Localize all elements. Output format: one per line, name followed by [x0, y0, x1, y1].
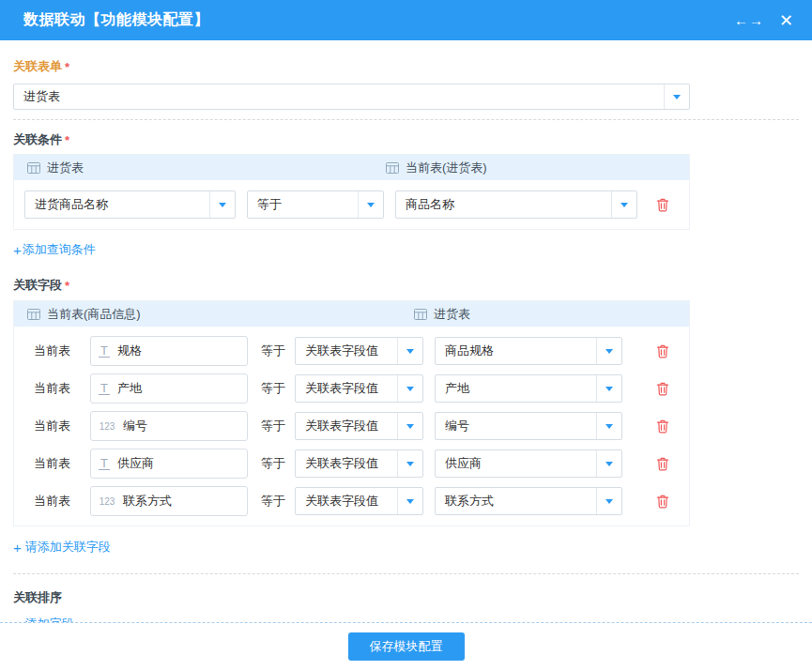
delete-row-button[interactable] [655, 343, 670, 359]
target-field-select[interactable]: 产地 [435, 374, 622, 403]
chevron-down-icon [596, 338, 621, 364]
chevron-down-icon [358, 191, 383, 218]
plus-icon: + [13, 243, 22, 257]
chevron-down-icon [397, 375, 422, 402]
field-selector[interactable]: T 规格 [90, 336, 248, 366]
chevron-down-icon [209, 191, 235, 218]
add-condition-link[interactable]: + 添加查询条件 [13, 242, 96, 257]
field-mapping-row: 当前表 T 产地 等于 关联表字段值 产地 [14, 370, 689, 407]
condition-group-header: 进货表 当前表(进货表) [14, 155, 689, 180]
field-type-icon: T [99, 382, 110, 396]
expand-arrows-button[interactable]: ← → [734, 13, 763, 27]
value-type-select[interactable]: 关联表字段值 [295, 337, 423, 365]
dialog-header: 数据联动【功能模块配置】 ← → ✕ [0, 0, 812, 40]
chevron-down-icon [596, 488, 621, 514]
field-type-icon: T [99, 344, 110, 358]
add-field-link[interactable]: + 请添加关联字段 [13, 540, 111, 555]
chevron-down-icon [596, 375, 621, 402]
value-type-select[interactable]: 关联表字段值 [295, 374, 423, 403]
field-selector[interactable]: 123 联系方式 [90, 486, 248, 516]
chevron-down-icon [397, 338, 422, 364]
target-field-value: 供应商 [436, 455, 596, 472]
header-actions: ← → ✕ [734, 12, 793, 29]
operator-label: 等于 [261, 493, 285, 510]
trash-icon [655, 419, 670, 434]
chevron-down-icon [611, 191, 636, 218]
field-selector[interactable]: 123 编号 [90, 411, 248, 441]
condition-left-field-select[interactable]: 进货商品名称 [24, 190, 236, 219]
condition-rows: 进货商品名称 等于 商品名称 [14, 180, 689, 229]
condition-operator-value: 等于 [248, 196, 358, 213]
target-field-select[interactable]: 联系方式 [435, 487, 622, 515]
field-type-icon: 123 [99, 496, 115, 507]
section-divider [13, 573, 799, 574]
current-table-label: 当前表 [34, 380, 90, 397]
field-group: 当前表(商品信息) 进货表 当前表 T 规格 等于 [13, 300, 690, 526]
target-field-select[interactable]: 供应商 [435, 449, 622, 478]
related-form-section-label: 关联表单 * [13, 58, 799, 75]
chevron-down-icon [664, 84, 689, 109]
field-mapping-row: 当前表 123 编号 等于 关联表字段值 编号 [14, 407, 689, 445]
condition-right-table: 当前表(进货表) [386, 160, 487, 176]
condition-operator-select[interactable]: 等于 [247, 190, 384, 219]
related-form-label: 关联表单 [13, 58, 62, 75]
target-field-value: 产地 [436, 380, 596, 397]
related-form-select[interactable]: 进货表 [13, 84, 690, 110]
field-mapping-row: 当前表 T 规格 等于 关联表字段值 商品规格 [14, 332, 689, 370]
section-divider [13, 119, 799, 120]
close-icon[interactable]: ✕ [779, 12, 793, 29]
value-type-value: 关联表字段值 [296, 343, 397, 359]
condition-right-field-value: 商品名称 [396, 196, 611, 213]
table-icon [386, 162, 399, 174]
condition-row: 进货商品名称 等于 商品名称 [14, 190, 689, 220]
field-mapping-rows: 当前表 T 规格 等于 关联表字段值 商品规格 [14, 327, 689, 525]
condition-left-table-name: 进货表 [47, 160, 84, 176]
condition-section-label: 关联条件 * [13, 131, 799, 148]
value-type-select[interactable]: 关联表字段值 [295, 412, 423, 440]
value-type-value: 关联表字段值 [296, 380, 397, 397]
add-sort-field-label: 添加字段 [25, 616, 74, 622]
arrow-right-icon: → [749, 13, 763, 27]
arrow-left-icon: ← [734, 13, 748, 27]
field-type-icon: T [99, 457, 110, 471]
target-field-select[interactable]: 商品规格 [435, 337, 622, 365]
field-label: 关联字段 [13, 277, 62, 294]
delete-row-button[interactable] [655, 381, 670, 397]
target-field-select[interactable]: 编号 [435, 412, 622, 440]
required-asterisk: * [65, 60, 69, 74]
trash-icon [655, 494, 670, 510]
condition-right-field-select[interactable]: 商品名称 [395, 190, 637, 219]
field-type-icon: 123 [99, 421, 115, 432]
field-selector[interactable]: T 产地 [90, 373, 248, 404]
table-icon [414, 309, 427, 320]
field-selector[interactable]: T 供应商 [90, 449, 248, 479]
field-left-table-name: 当前表(商品信息) [47, 306, 141, 323]
condition-group: 进货表 当前表(进货表) 进货商品名称 等于 [13, 154, 690, 230]
current-table-label: 当前表 [34, 418, 90, 434]
table-icon [27, 309, 40, 320]
operator-label: 等于 [261, 418, 285, 434]
save-module-config-button[interactable]: 保存模块配置 [348, 632, 465, 661]
value-type-select[interactable]: 关联表字段值 [295, 487, 423, 515]
condition-left-table: 进货表 [27, 160, 386, 176]
field-name: 编号 [123, 418, 147, 434]
field-name: 产地 [117, 380, 142, 397]
sort-section-label: 关联排序 [13, 589, 799, 606]
delete-condition-button[interactable] [655, 197, 670, 213]
delete-row-button[interactable] [655, 494, 670, 510]
delete-row-button[interactable] [655, 419, 670, 434]
trash-icon [655, 381, 670, 397]
delete-row-button[interactable] [655, 456, 670, 472]
field-right-table: 进货表 [414, 306, 470, 323]
field-left-table: 当前表(商品信息) [27, 306, 414, 323]
trash-icon [655, 197, 670, 213]
value-type-select[interactable]: 关联表字段值 [295, 449, 423, 478]
field-name: 规格 [117, 343, 142, 359]
condition-left-field-value: 进货商品名称 [25, 196, 209, 213]
chevron-down-icon [596, 450, 621, 477]
related-form-select-value: 进货表 [14, 88, 664, 105]
field-section-label: 关联字段 * [13, 277, 799, 294]
dialog-title: 数据联动【功能模块配置】 [23, 10, 209, 30]
field-name: 供应商 [117, 455, 154, 472]
value-type-value: 关联表字段值 [296, 418, 397, 434]
